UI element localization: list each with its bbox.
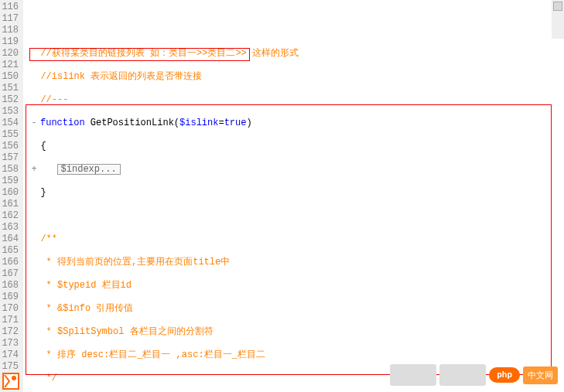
comment-text: * $SplitSymbol 各栏目之间的分割符 xyxy=(40,326,213,337)
app-logo-icon xyxy=(2,372,20,390)
comment-text: * $typeid 栏目id xyxy=(40,280,132,291)
fold-toggle[interactable]: - xyxy=(29,118,39,129)
keyword: function xyxy=(40,118,85,128)
constant: true xyxy=(224,118,247,128)
ad-placeholder xyxy=(390,364,436,386)
code-content[interactable]: //获得某类目的链接列表 如：类目一>>类目二>> 这样的形式 //islink… xyxy=(23,0,564,392)
ad-placeholder xyxy=(439,364,486,386)
fold-toggle[interactable]: + xyxy=(29,164,39,176)
func-name: GetPositionLink( xyxy=(85,118,179,128)
code-editor: 116 117 118 119 120 121 150 151 152 153 … xyxy=(0,0,564,392)
folded-region[interactable]: $indexp... xyxy=(57,164,121,175)
comment-text: * 排序 desc:栏目二_栏目一 ,asc:栏目一_栏目二 xyxy=(40,349,265,360)
variable: $islink xyxy=(179,118,218,128)
comment-text: //--- xyxy=(40,94,68,105)
php-badge: php xyxy=(489,367,520,383)
watermark-banner: php 中文网 xyxy=(390,364,558,386)
cn-label: 中文网 xyxy=(523,366,558,384)
comment-text: 获得某类目的链接列表 如：类目一>>类目二>> 这样的形式 xyxy=(52,48,299,59)
comment-text: /** xyxy=(40,233,57,244)
comment-text: * &$info 引用传值 xyxy=(40,303,133,314)
scrollbar-region[interactable] xyxy=(552,0,564,39)
comment-text: * 得到当前页的位置,主要用在页面title中 xyxy=(40,257,230,268)
comment-text: // xyxy=(40,48,51,59)
comment-text: //islink 表示返回的列表是否带连接 xyxy=(40,71,202,82)
svg-point-1 xyxy=(12,376,16,380)
line-number-gutter: 116 117 118 119 120 121 150 151 152 153 … xyxy=(0,0,23,392)
comment-text: */ xyxy=(40,373,57,383)
minimap-icon xyxy=(553,2,562,11)
